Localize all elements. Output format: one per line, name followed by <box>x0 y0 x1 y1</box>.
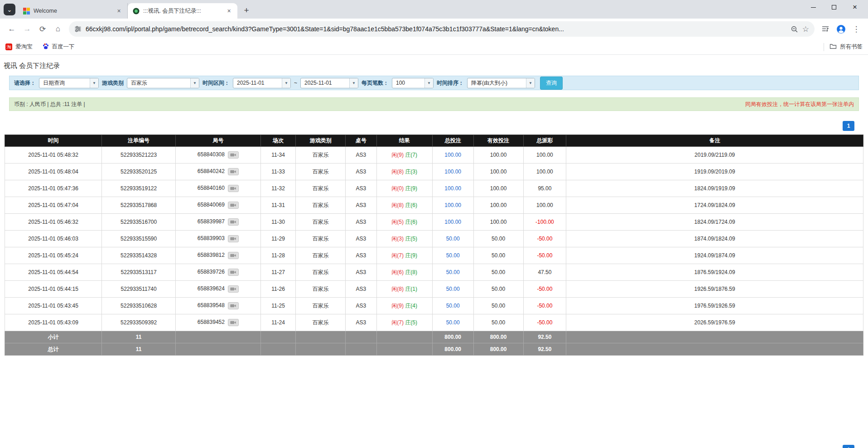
total-bet-link[interactable]: 100.00 <box>444 152 461 158</box>
round-number: 658839726 <box>198 269 225 275</box>
cell-payout: 95.00 <box>523 180 566 197</box>
search-button[interactable]: 查询 <box>540 77 563 90</box>
cell-game-type: 百家乐 <box>296 281 346 298</box>
cell-result: 闲(7) 庄(5) <box>376 314 432 331</box>
total-bet-link[interactable]: 100.00 <box>444 169 461 175</box>
page-size-select[interactable]: 100 ▼ <box>392 78 434 88</box>
footer-cell <box>176 343 261 356</box>
tab-bar: ⌄ Welcome × :::视讯. 会员下注纪录::: × + × <box>0 0 868 19</box>
cell-total-bet: 50.00 <box>432 231 473 247</box>
cell-valid-bet: 100.00 <box>473 147 523 164</box>
result-banker: 庄(5) <box>405 236 417 242</box>
video-replay-icon[interactable] <box>228 302 239 309</box>
cell-payout: 100.00 <box>523 147 566 164</box>
profile-icon[interactable] <box>834 22 848 36</box>
zoom-icon[interactable] <box>791 25 798 33</box>
total-bet-link[interactable]: 100.00 <box>444 202 461 208</box>
cell-payout: 100.00 <box>523 197 566 214</box>
total-bet-link[interactable]: 50.00 <box>446 286 460 292</box>
total-bet-link[interactable]: 50.00 <box>446 269 460 275</box>
minimize-button[interactable] <box>803 0 824 14</box>
date-from-select[interactable]: 2025-11-01 ▼ <box>233 78 291 88</box>
page-size-value: 100 <box>392 78 424 88</box>
media-controls-icon[interactable] <box>818 22 833 36</box>
cell-note: 2019.09/2119.09 <box>566 147 863 164</box>
video-replay-icon[interactable] <box>228 235 239 242</box>
chevron-down-icon[interactable]: ▼ <box>90 78 98 88</box>
video-replay-icon[interactable] <box>228 269 239 276</box>
bookmark-star-icon[interactable]: ☆ <box>802 24 809 34</box>
cell-round: 658839624 <box>176 281 261 298</box>
tab-welcome[interactable]: Welcome × <box>18 3 128 19</box>
table-row: 2025-11-01 05:48:04522933520125658840242… <box>5 164 863 180</box>
window-close-button[interactable]: × <box>844 0 865 14</box>
total-bet-link[interactable]: 50.00 <box>446 319 460 326</box>
chevron-down-icon[interactable]: ▼ <box>349 78 358 88</box>
video-replay-icon[interactable] <box>228 185 239 192</box>
date-range-label: 时间区间： <box>203 79 230 87</box>
video-replay-icon[interactable] <box>228 285 239 293</box>
video-replay-icon[interactable] <box>228 202 239 209</box>
address-bar[interactable]: 66cxkj98.com/ipl/portal.php/game/betreco… <box>69 21 815 37</box>
date-to-select[interactable]: 2025-11-01 ▼ <box>300 78 358 88</box>
cell-game-type: 百家乐 <box>296 180 346 197</box>
column-header: 游戏类别 <box>296 135 346 147</box>
tab-betrecord[interactable]: :::视讯. 会员下注纪录::: × <box>128 3 237 19</box>
round-number: 658839624 <box>198 285 225 292</box>
total-bet-link[interactable]: 100.00 <box>444 185 461 192</box>
total-bet-link[interactable]: 50.00 <box>446 252 460 259</box>
cell-round: 658840160 <box>176 180 261 197</box>
refresh-button[interactable]: ⟳ <box>35 22 50 36</box>
cell-game-type: 百家乐 <box>296 298 346 314</box>
close-tab-icon[interactable]: × <box>225 7 233 15</box>
video-replay-icon[interactable] <box>228 218 239 226</box>
total-bet-link[interactable]: 50.00 <box>446 303 460 309</box>
chevron-down-icon[interactable]: ▼ <box>282 78 290 88</box>
column-header: 注单编号 <box>102 135 176 147</box>
cell-payout: -50.00 <box>523 231 566 247</box>
cell-session: 11-30 <box>260 214 296 231</box>
result-player: 闲(7) <box>391 319 404 326</box>
video-replay-icon[interactable] <box>228 319 239 326</box>
page-button-bottom[interactable]: 1 <box>843 445 854 448</box>
maximize-button[interactable] <box>824 0 844 14</box>
video-replay-icon[interactable] <box>228 168 239 175</box>
chevron-down-icon[interactable]: ▼ <box>190 78 199 88</box>
close-tab-icon[interactable]: × <box>115 7 123 15</box>
cell-total-bet: 50.00 <box>432 281 473 298</box>
total-bet-link[interactable]: 100.00 <box>444 219 461 225</box>
query-type-value: 日期查询 <box>39 78 90 88</box>
cell-valid-bet: 50.00 <box>473 314 523 331</box>
cell-note: 1824.09/1724.09 <box>566 214 863 231</box>
video-replay-icon[interactable] <box>228 252 239 259</box>
menu-icon[interactable]: ⋮ <box>849 22 863 36</box>
chevron-down-icon[interactable]: ▼ <box>424 78 433 88</box>
new-tab-button[interactable]: + <box>240 4 253 17</box>
bookmarks-bar: 淘 爱淘宝 百度一下 所有书签 <box>0 39 868 55</box>
page-button-1[interactable]: 1 <box>843 121 854 131</box>
subtotal-row: 小计11800.00800.0092.50 <box>5 331 863 343</box>
all-bookmarks[interactable]: 所有书签 <box>829 43 863 51</box>
tab-search-button[interactable]: ⌄ <box>4 4 15 15</box>
bookmark-taobao[interactable]: 淘 爱淘宝 <box>5 43 33 51</box>
window-controls: × <box>803 0 865 14</box>
round-number: 658840069 <box>198 202 225 208</box>
round-number: 658840160 <box>198 185 225 191</box>
footer-cell <box>566 331 863 343</box>
footer-cell: 11 <box>102 331 176 343</box>
site-settings-icon[interactable] <box>74 25 82 33</box>
back-button[interactable]: ← <box>5 22 19 36</box>
result-banker: 庄(8) <box>405 269 417 275</box>
bookmark-baidu[interactable]: 百度一下 <box>43 43 75 51</box>
chevron-down-icon[interactable]: ▼ <box>526 78 535 88</box>
home-button[interactable]: ⌂ <box>51 22 65 36</box>
total-bet-link[interactable]: 50.00 <box>446 236 460 242</box>
page-size-label: 每页笔数： <box>362 79 389 87</box>
video-replay-icon[interactable] <box>228 151 239 159</box>
game-type-select[interactable]: 百家乐 ▼ <box>127 78 199 88</box>
forward-button[interactable]: → <box>20 22 34 36</box>
sort-select[interactable]: 降幂(由大到小) ▼ <box>467 78 535 88</box>
cell-total-bet: 100.00 <box>432 147 473 164</box>
query-type-select[interactable]: 日期查询 ▼ <box>39 78 99 88</box>
result-player: 闲(8) <box>391 286 404 292</box>
